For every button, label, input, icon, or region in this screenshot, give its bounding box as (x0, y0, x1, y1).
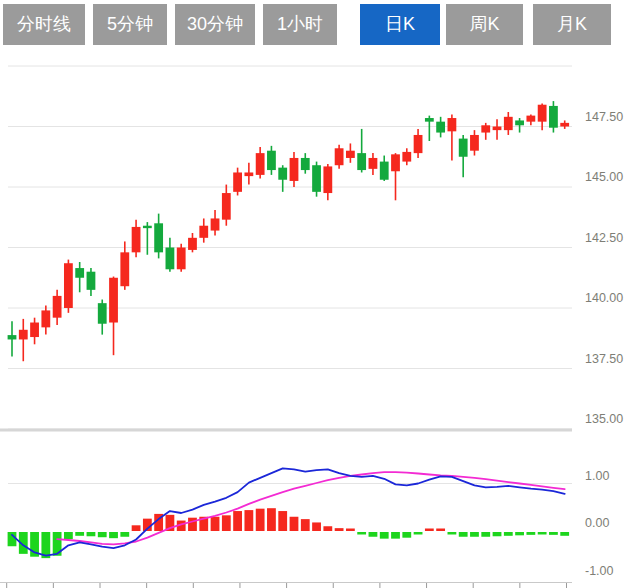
macd-hist-bar (98, 532, 107, 537)
macd-hist-bar (222, 515, 231, 531)
candle-body (346, 151, 355, 158)
macd-hist-bar (278, 511, 287, 531)
candle-body (538, 105, 547, 122)
macd-tick-label: -1.00 (585, 564, 614, 578)
macd-hist-bar (346, 529, 355, 532)
macd-hist-bar (402, 532, 411, 538)
candle-body (19, 330, 28, 340)
macd-hist-bar (459, 532, 468, 537)
kline-macd-chart[interactable]: 147.50145.00142.50140.00137.50135.001.00… (0, 0, 632, 588)
candle-body (188, 238, 197, 250)
macd-hist-bar (75, 532, 84, 536)
candle-body (515, 120, 524, 125)
tab-weekly-k[interactable]: 周K (446, 4, 523, 45)
candle-body (369, 158, 378, 169)
candle-body (357, 153, 366, 170)
price-tick-label: 145.00 (585, 170, 623, 184)
candles-group (8, 101, 570, 361)
macd-group (8, 468, 570, 558)
candle-body (402, 152, 411, 162)
candle-body (64, 263, 73, 308)
candle-body (301, 158, 310, 170)
macd-hist-bar (233, 511, 242, 531)
candle-body (143, 226, 152, 228)
macd-tick-label: 1.00 (585, 469, 609, 483)
candle-body (98, 303, 107, 324)
candle-body (53, 296, 62, 318)
macd-hist-bar (448, 532, 457, 535)
macd-hist-bar (357, 532, 366, 535)
candle-body (448, 118, 457, 131)
price-tick-label: 137.50 (585, 352, 623, 366)
tab-1hour[interactable]: 1小时 (263, 4, 337, 45)
candle-body (481, 125, 490, 132)
candle-body (166, 248, 175, 270)
macd-hist-bar (109, 532, 118, 538)
tab-daily-k[interactable]: 日K (360, 4, 440, 45)
macd-hist-bar (323, 526, 332, 531)
candle-body (109, 278, 118, 323)
macd-hist-bar (425, 529, 434, 532)
tab-timeline[interactable]: 分时线 (3, 4, 85, 45)
price-tick-label: 140.00 (585, 291, 623, 305)
macd-hist-bar (369, 532, 378, 537)
candle-body (244, 172, 253, 176)
price-tick-label: 135.00 (585, 412, 623, 426)
candle-body (312, 165, 321, 192)
tab-5min[interactable]: 5分钟 (93, 4, 167, 45)
candle-body (425, 118, 434, 122)
candle-body (256, 153, 265, 175)
candle-body (41, 310, 50, 327)
macd-tick-label: 0.00 (585, 516, 609, 530)
candle-body (177, 248, 186, 270)
candle-body (30, 323, 39, 338)
candle-body (504, 117, 513, 130)
candle-body (290, 158, 299, 181)
candle-body (323, 166, 332, 193)
candle-body (120, 252, 129, 286)
macd-hist-bar (267, 508, 276, 531)
macd-hist-bar (335, 528, 344, 531)
candle-body (470, 135, 479, 151)
price-tick-label: 142.50 (585, 231, 623, 245)
candle-body (560, 123, 569, 127)
macd-hist-bar (188, 518, 197, 531)
macd-hist-bar (87, 532, 96, 536)
candle-body (549, 106, 558, 128)
tab-monthly-k[interactable]: 月K (533, 4, 611, 45)
macd-hist-bar (504, 532, 513, 536)
candle-body (222, 193, 231, 220)
macd-hist-bar (526, 532, 535, 535)
tab-30min[interactable]: 30分钟 (175, 4, 255, 45)
macd-hist-bar (120, 532, 129, 537)
candle-body (199, 226, 208, 238)
macd-hist-bar (301, 519, 310, 531)
macd-hist-bar (256, 509, 265, 531)
macd-hist-bar (560, 532, 569, 536)
candle-body (526, 116, 535, 122)
macd-hist-bar (380, 532, 389, 539)
macd-hist-bar (64, 532, 73, 539)
macd-hist-bar (549, 532, 558, 535)
macd-hist-bar (515, 532, 524, 535)
macd-hist-bar (244, 510, 253, 531)
macd-hist-bar (132, 525, 141, 531)
macd-hist-bar (290, 517, 299, 531)
candle-body (335, 148, 344, 165)
candle-body (278, 168, 287, 180)
axis-labels: 147.50145.00142.50140.00137.50135.001.00… (585, 110, 623, 578)
macd-hist-bar (211, 517, 220, 531)
macd-hist-bar (312, 522, 321, 531)
candle-body (233, 172, 242, 191)
macd-hist-bar (470, 532, 479, 537)
candle-body (459, 139, 468, 157)
candle-body (8, 335, 17, 339)
candle-body (436, 122, 445, 133)
candle-body (154, 223, 163, 252)
macd-hist-bar (538, 532, 547, 535)
macd-hist-bar (391, 532, 400, 539)
macd-hist-bar (414, 532, 423, 535)
candle-body (87, 272, 96, 290)
candle-body (391, 154, 400, 171)
candle-body (414, 135, 423, 153)
